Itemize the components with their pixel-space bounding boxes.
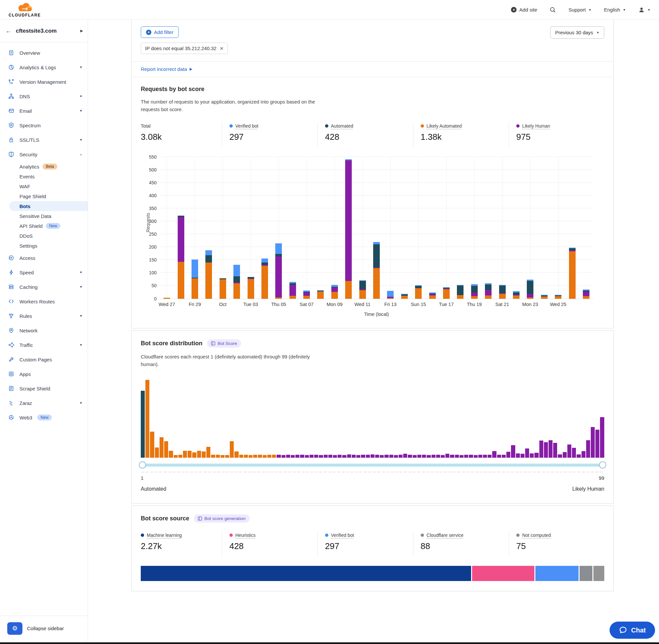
bar-day-1[interactable] [160,298,174,298]
bar-day-23[interactable] [468,284,481,299]
bar-day-3[interactable] [188,259,202,298]
sidebar-item-page-shield[interactable]: Page Shield [0,191,88,201]
bar-day-28[interactable] [537,295,551,298]
sidebar-item-sensitive-data[interactable]: Sensitive Data [0,211,88,221]
score-bar-19 [225,455,229,458]
sidebar-item-ddos[interactable]: DDoS [0,231,88,241]
stat-label[interactable]: Likely Human [522,123,550,129]
bar-day-9[interactable] [272,243,285,298]
stat-label[interactable]: Verified bot [331,532,354,538]
language-menu[interactable]: English ▼ [604,7,626,13]
sidebar-item-spectrum[interactable]: Spectrum [0,118,88,133]
score-bar-66 [445,454,449,458]
slider-handle-max[interactable] [599,461,606,468]
bar-day-25[interactable] [495,285,509,299]
support-menu[interactable]: Support ▼ [568,7,591,13]
bar-day-10[interactable] [286,282,300,298]
account-menu[interactable]: ▼ [638,6,651,13]
add-filter-button[interactable]: + Add filter [141,26,179,38]
stat-label[interactable]: Not computed [522,532,551,538]
custom-pages-icon [8,356,15,363]
sidebar-item-overview[interactable]: Overview [0,46,88,60]
sidebar-item-speed[interactable]: Speed▼ [0,265,88,280]
stat-label[interactable]: Automated [331,123,353,129]
slider-handle-min[interactable] [139,461,146,468]
bar-day-26[interactable] [509,291,523,298]
sidebar-item-security[interactable]: Security▲ [0,147,88,162]
chevron-right-icon[interactable]: ▶ [80,29,83,33]
bar-day-29[interactable] [551,295,565,299]
bar-day-5[interactable] [216,278,230,299]
date-range-select[interactable]: Previous 30 days ▼ [550,26,604,39]
sidebar-item-waf[interactable]: WAF [0,181,88,191]
filter-chip: IP does not equal 35.212.240.32 ✕ [141,43,228,54]
sidebar-item-caching[interactable]: Caching▼ [0,280,88,294]
sidebar-item-dns[interactable]: DNS▼ [0,89,88,104]
sidebar-item-workers-routes[interactable]: Workers Routes [0,294,88,309]
search-button[interactable] [549,6,556,13]
add-site-button[interactable]: + Add site [511,7,537,13]
sidebar-item-rules[interactable]: Rules▼ [0,309,88,323]
bar-day-17[interactable] [383,291,397,299]
bar-day-4[interactable] [202,250,216,298]
stat-label[interactable]: Cloudflare service [427,532,464,538]
sidebar-item-events[interactable]: Events [0,171,88,181]
bar-day-7[interactable] [244,277,257,299]
sidebar-item-settings[interactable]: Settings [0,241,88,251]
bot-score-histogram[interactable] [141,378,604,458]
collapse-sidebar-label[interactable]: Collapse sidebar [27,625,64,631]
stat-label[interactable]: Likely Automated [427,123,462,129]
bar-day-22[interactable] [453,285,467,298]
bar-day-27[interactable] [523,280,537,298]
bar-day-6[interactable] [230,265,244,298]
sidebar-item-traffic[interactable]: Traffic▼ [0,338,88,352]
sidebar-item-scrape-shield[interactable]: Scrape Shield [0,381,88,396]
bar-day-19[interactable] [411,285,425,298]
bar-day-30[interactable] [565,248,579,298]
cloudflare-logo[interactable]: CLOUDFLARE [8,3,41,18]
bar-day-31[interactable] [579,290,593,298]
bar-day-12[interactable] [313,290,327,299]
bot-score-generation-doc-badge[interactable]: Bot score generation [194,514,250,523]
bar-day-15[interactable] [355,280,369,299]
back-arrow-icon[interactable]: ← [5,27,12,34]
sidebar-item-analytics-logs[interactable]: Analytics & Logs▼ [0,60,88,74]
bar-day-24[interactable] [481,283,495,299]
close-icon[interactable]: ✕ [220,46,224,51]
score-bar-97 [591,427,595,458]
bar-day-14[interactable] [342,159,355,298]
sidebar-item-zaraz[interactable]: Zaraz▼ [0,396,88,410]
bot-score-doc-badge[interactable]: Bot Score [207,339,241,348]
requests-plot-area[interactable]: 050100150200250300350400450500550 [160,157,593,299]
sidebar-item-analytics[interactable]: AnalyticsBeta [0,162,88,171]
stat-label[interactable]: Machine learning [147,532,182,538]
bar-day-18[interactable] [398,294,411,299]
sidebar-item-ssl-tls[interactable]: SSL/TLS▼ [0,133,88,147]
sidebar-item-network[interactable]: Network [0,323,88,338]
bar-day-2[interactable] [174,216,188,299]
chat-button[interactable]: Chat [610,622,655,639]
stat-label[interactable]: Verified bot [235,123,258,129]
sidebar-item-version-management[interactable]: Version Management [0,74,88,89]
bar-day-11[interactable] [300,291,313,299]
bar-day-13[interactable] [328,285,342,299]
source-stacked-bar[interactable] [141,566,604,581]
bar-day-21[interactable] [440,287,453,298]
sidebar-item-access[interactable]: Access [0,251,88,265]
stat-label[interactable]: Heuristics [235,532,256,538]
gear-icon[interactable]: ⚙ [7,622,22,635]
bar-day-16[interactable] [370,242,383,298]
sidebar-item-web3[interactable]: Web3New [0,410,88,425]
site-name[interactable]: cftestsite3.com [16,28,57,34]
score-bar-44 [342,455,346,458]
bar-day-20[interactable] [425,293,439,299]
score-bar-74 [483,455,487,458]
sidebar-item-email[interactable]: Email▼ [0,104,88,118]
slider-track[interactable] [141,464,604,466]
sidebar-item-custom-pages[interactable]: Custom Pages [0,352,88,367]
report-incorrect-data-link[interactable]: Report incorrect data ▶ [141,66,192,72]
sidebar-item-api-shield[interactable]: API ShieldNew [0,221,88,231]
sidebar-item-bots[interactable]: Bots [9,201,88,211]
bar-day-8[interactable] [258,258,272,298]
sidebar-item-apps[interactable]: Apps [0,367,88,381]
